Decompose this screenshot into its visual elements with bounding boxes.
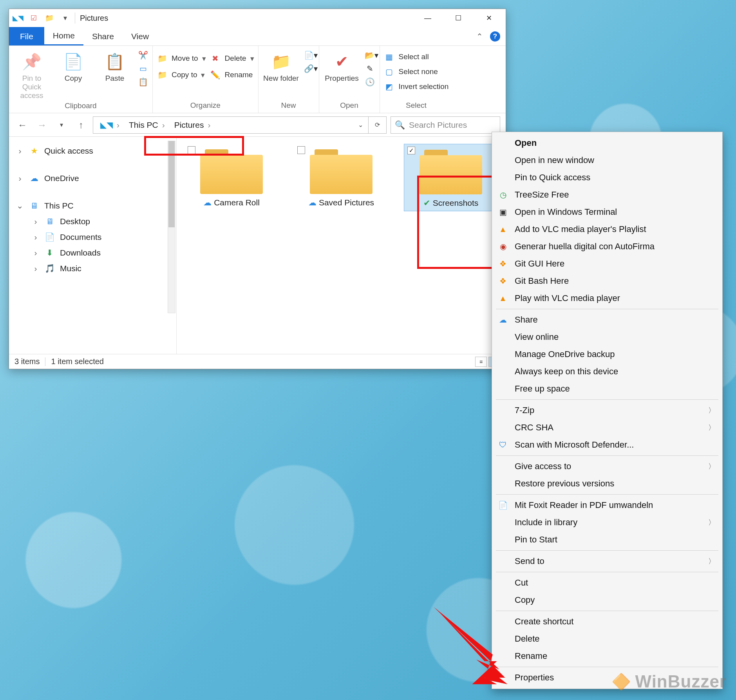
context-item[interactable]: Manage OneDrive backup: [493, 346, 722, 363]
context-item-label: Share: [515, 315, 715, 325]
nav-up-button[interactable]: ↑: [73, 117, 89, 133]
copy-button[interactable]: 📄Copy: [54, 48, 92, 83]
qat-dropdown-icon[interactable]: ▾: [60, 13, 70, 23]
sidebar-scrollbar[interactable]: [168, 141, 175, 313]
newitem-icon[interactable]: 📄▾: [304, 51, 315, 60]
tab-view[interactable]: View: [123, 27, 157, 45]
context-item[interactable]: Include in library〉: [493, 514, 722, 531]
checkbox[interactable]: ✓: [407, 147, 415, 154]
invertselection-button[interactable]: ◩Invert selection: [384, 82, 449, 91]
context-item[interactable]: 🛡Scan with Microsoft Defender...: [493, 436, 722, 453]
nav-forward-button[interactable]: →: [34, 117, 50, 133]
submenu-arrow-icon: 〉: [708, 423, 715, 432]
navigation-pane[interactable]: ›★Quick access ›☁OneDrive ⌄🖥This PC ›🖥De…: [9, 137, 177, 354]
selectnone-button[interactable]: ▢Select none: [384, 67, 449, 76]
delete-button[interactable]: ✖Delete▾: [210, 54, 254, 63]
tab-share[interactable]: Share: [83, 27, 123, 45]
context-item[interactable]: ❖Git Bash Here: [493, 272, 722, 290]
sidebar-quickaccess[interactable]: ›★Quick access: [9, 143, 176, 159]
tab-home[interactable]: Home: [44, 27, 83, 45]
context-item[interactable]: Send to〉: [493, 553, 722, 570]
context-item[interactable]: Free up space: [493, 380, 722, 397]
sidebar-downloads[interactable]: ›⬇Downloads: [9, 245, 176, 261]
folder-item[interactable]: ☁ Camera Roll: [184, 144, 278, 210]
context-item[interactable]: 7-Zip〉: [493, 402, 722, 419]
git-icon: ❖: [497, 259, 509, 268]
context-menu: OpenOpen in new windowPin to Quick acces…: [492, 132, 723, 689]
open-icon[interactable]: 📂▾: [365, 51, 376, 60]
pin-quickaccess-button[interactable]: 📌Pin to Quick access: [13, 48, 51, 100]
folder-item[interactable]: ✓✔ Screenshots: [404, 144, 498, 211]
watermark-logo-icon: 🔶: [611, 673, 631, 691]
selectall-button[interactable]: ▦Select all: [384, 52, 449, 62]
context-item[interactable]: ❖Git GUI Here: [493, 255, 722, 272]
context-item-label: Restore previous versions: [515, 479, 715, 489]
nav-recent-dropdown[interactable]: ▾: [54, 117, 69, 133]
address-bar[interactable]: ◣◥› This PC› Pictures› ⌄ ⟳: [93, 116, 387, 134]
context-item[interactable]: Copy: [493, 591, 722, 609]
sidebar-onedrive[interactable]: ›☁OneDrive: [9, 170, 176, 186]
sidebar-thispc[interactable]: ⌄🖥This PC: [9, 198, 176, 214]
context-item-label: Open in Windows Terminal: [515, 207, 715, 217]
context-item[interactable]: Cut: [493, 574, 722, 591]
newfolder-button[interactable]: 📁New folder: [262, 48, 300, 83]
status-count: 3 items: [14, 357, 40, 366]
content-pane[interactable]: ☁ Camera Roll☁ Saved Pictures✓✔ Screensh…: [177, 137, 506, 354]
tab-file[interactable]: File: [9, 27, 44, 45]
context-item[interactable]: Pin to Quick access: [493, 169, 722, 186]
context-item[interactable]: ◉Generar huella digital con AutoFirma: [493, 238, 722, 255]
copypath-icon[interactable]: ▭: [137, 64, 148, 73]
app-icon: ◣◥: [13, 13, 23, 23]
sidebar-desktop[interactable]: ›🖥Desktop: [9, 214, 176, 229]
maximize-button[interactable]: ☐: [443, 9, 474, 27]
context-item[interactable]: Always keep on this device: [493, 363, 722, 380]
paste-shortcut-icon[interactable]: 📋: [137, 77, 148, 87]
context-item[interactable]: Open in new window: [493, 152, 722, 169]
context-separator: [496, 572, 718, 572]
nav-back-button[interactable]: ←: [14, 117, 30, 133]
close-button[interactable]: ✕: [474, 9, 504, 27]
sidebar-documents[interactable]: ›📄Documents: [9, 229, 176, 245]
context-item[interactable]: Rename: [493, 647, 722, 665]
folder-item[interactable]: ☁ Saved Pictures: [294, 144, 388, 210]
context-item[interactable]: View online: [493, 328, 722, 346]
minimize-button[interactable]: —: [412, 9, 443, 27]
ribbon-collapse-icon[interactable]: ⌃: [476, 32, 483, 41]
context-item[interactable]: ▲Play with VLC media player: [493, 290, 722, 307]
paste-button[interactable]: 📋Paste: [96, 48, 134, 83]
view-details-button[interactable]: ≡: [475, 357, 487, 367]
context-item[interactable]: ▲Add to VLC media player's Playlist: [493, 221, 722, 238]
qat-properties-icon[interactable]: ☑: [29, 13, 39, 23]
properties-button[interactable]: ✔Properties: [323, 48, 361, 83]
refresh-button[interactable]: ⟳: [368, 117, 386, 133]
context-item[interactable]: ◷TreeSize Free: [493, 186, 722, 203]
moveto-button[interactable]: 📁Move to▾: [157, 54, 206, 63]
search-box[interactable]: 🔍 Search Pictures: [391, 116, 500, 134]
rename-button[interactable]: ✏️Rename: [210, 70, 254, 80]
history-icon[interactable]: 🕓: [365, 77, 376, 87]
breadcrumb-root[interactable]: This PC: [129, 120, 158, 130]
context-item[interactable]: Pin to Start: [493, 531, 722, 548]
address-dropdown-icon[interactable]: ⌄: [353, 121, 368, 129]
cut-icon[interactable]: ✂️: [137, 51, 148, 60]
copyto-button[interactable]: 📁Copy to▾: [157, 70, 206, 80]
checkbox[interactable]: [188, 146, 195, 154]
breadcrumb-current[interactable]: Pictures: [174, 120, 204, 130]
help-button[interactable]: ?: [490, 31, 500, 42]
context-item[interactable]: Restore previous versions: [493, 475, 722, 492]
group-label-new: New: [262, 100, 315, 112]
context-item[interactable]: Delete: [493, 630, 722, 647]
context-item[interactable]: Create shortcut: [493, 613, 722, 630]
easyaccess-icon[interactable]: 🔗▾: [304, 64, 315, 73]
context-item[interactable]: CRC SHA〉: [493, 419, 722, 436]
foxit-icon: 📄: [497, 501, 509, 510]
sidebar-music[interactable]: ›🎵Music: [9, 261, 176, 276]
context-item[interactable]: Give access to〉: [493, 458, 722, 475]
checkbox[interactable]: [297, 146, 305, 154]
context-item[interactable]: ▣Open in Windows Terminal: [493, 203, 722, 221]
context-item[interactable]: Open: [493, 134, 722, 152]
context-item[interactable]: 📄Mit Foxit Reader in PDF umwandeln: [493, 497, 722, 514]
qat-newfolder-icon[interactable]: 📁: [44, 13, 54, 23]
edit-icon[interactable]: ✎: [365, 64, 376, 73]
context-item[interactable]: ☁Share: [493, 311, 722, 328]
